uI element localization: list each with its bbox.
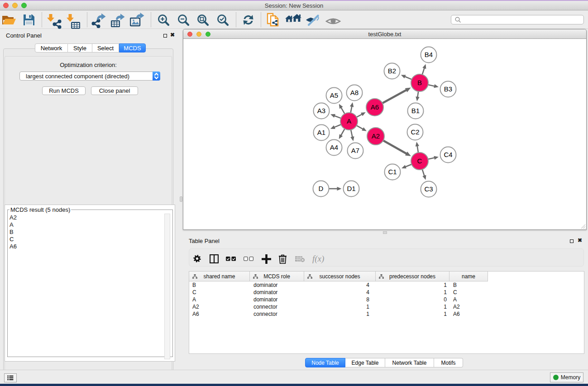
svg-text:C1: C1 bbox=[388, 168, 397, 176]
svg-text:A2: A2 bbox=[372, 132, 380, 140]
svg-text:A6: A6 bbox=[371, 103, 379, 111]
svg-text:B1: B1 bbox=[411, 107, 420, 114]
svg-text:A8: A8 bbox=[350, 89, 359, 96]
svg-text:D1: D1 bbox=[347, 185, 355, 192]
svg-text:C3: C3 bbox=[424, 185, 433, 193]
svg-text:B: B bbox=[417, 79, 422, 86]
svg-text:A7: A7 bbox=[351, 147, 359, 154]
svg-text:A4: A4 bbox=[330, 143, 338, 151]
svg-text:B3: B3 bbox=[444, 85, 452, 93]
svg-text:A1: A1 bbox=[317, 129, 325, 136]
svg-text:A: A bbox=[347, 117, 351, 125]
svg-text:C2: C2 bbox=[411, 128, 419, 136]
svg-text:B2: B2 bbox=[388, 67, 396, 75]
svg-text:B4: B4 bbox=[425, 51, 433, 58]
svg-text:D: D bbox=[319, 185, 324, 192]
svg-text:A5: A5 bbox=[330, 91, 338, 99]
svg-text:C: C bbox=[417, 157, 422, 165]
svg-text:A3: A3 bbox=[317, 107, 325, 114]
svg-text:C4: C4 bbox=[444, 151, 452, 158]
